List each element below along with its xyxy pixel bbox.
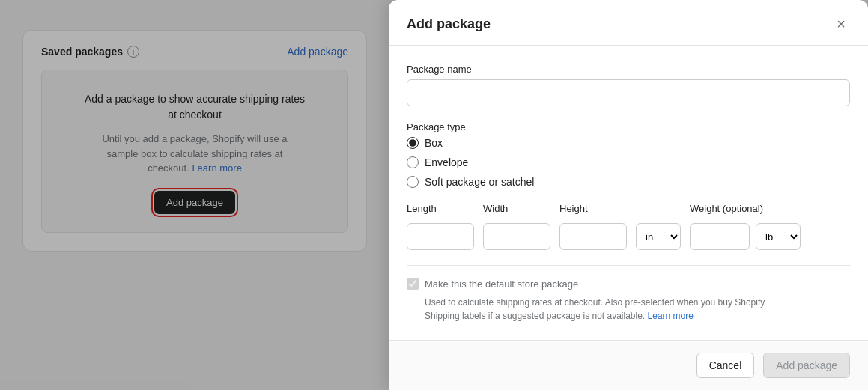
add-package-modal: Add package × Package name Package type …: [389, 0, 868, 390]
default-checkbox-section: Make this the default store package Used…: [407, 265, 850, 323]
package-type-group: Package type Box Envelope Soft package o…: [407, 121, 850, 188]
width-group: Width: [483, 203, 550, 250]
weight-label: Weight (optional): [690, 203, 801, 214]
default-checkbox-row: Make this the default store package: [407, 278, 850, 290]
modal-header: Add package ×: [389, 0, 868, 46]
height-group: Height: [559, 203, 627, 250]
radio-soft[interactable]: [407, 176, 419, 188]
unit-in-spacer: [636, 203, 681, 214]
radio-box[interactable]: [407, 137, 419, 149]
radio-item-envelope[interactable]: Envelope: [407, 156, 850, 168]
unit-in-group: in cm: [636, 203, 681, 250]
dimensions-group: Length Width Height in cm: [407, 203, 850, 250]
modal-body: Package name Package type Box Envelope S…: [389, 46, 868, 340]
radio-label-envelope: Envelope: [425, 156, 468, 168]
default-checkbox[interactable]: [407, 278, 419, 290]
radio-item-soft[interactable]: Soft package or satchel: [407, 176, 850, 188]
modal-title: Add package: [407, 16, 491, 32]
close-modal-button[interactable]: ×: [832, 15, 850, 33]
package-type-radio-group: Box Envelope Soft package or satchel: [407, 137, 850, 188]
weight-group: Weight (optional) lb kg: [690, 203, 801, 250]
length-label: Length: [407, 203, 474, 214]
width-input[interactable]: [483, 223, 550, 250]
unit-lb-select[interactable]: lb kg: [756, 223, 801, 250]
modal-footer: Cancel Add package: [389, 340, 868, 390]
unit-in-select[interactable]: in cm: [636, 223, 681, 250]
length-group: Length: [407, 203, 474, 250]
height-input[interactable]: [559, 223, 627, 250]
package-name-input[interactable]: [407, 79, 850, 106]
radio-item-box[interactable]: Box: [407, 137, 850, 149]
modal-add-package-button[interactable]: Add package: [763, 353, 850, 378]
radio-label-box: Box: [425, 137, 443, 149]
package-type-label: Package type: [407, 121, 850, 132]
radio-label-soft: Soft package or satchel: [425, 176, 534, 188]
radio-envelope[interactable]: [407, 156, 419, 168]
learn-more-link-modal[interactable]: Learn more: [648, 311, 694, 321]
length-input[interactable]: [407, 223, 474, 250]
package-name-group: Package name: [407, 64, 850, 106]
width-label: Width: [483, 203, 550, 214]
default-checkbox-label: Make this the default store package: [425, 278, 578, 290]
dimensions-row: Length Width Height in cm: [407, 203, 850, 250]
weight-input[interactable]: [690, 223, 750, 250]
default-description: Used to calculate shipping rates at chec…: [407, 296, 850, 323]
package-name-label: Package name: [407, 64, 850, 75]
weight-inputs: lb kg: [690, 223, 801, 250]
height-label: Height: [559, 203, 627, 214]
cancel-button[interactable]: Cancel: [696, 353, 755, 378]
